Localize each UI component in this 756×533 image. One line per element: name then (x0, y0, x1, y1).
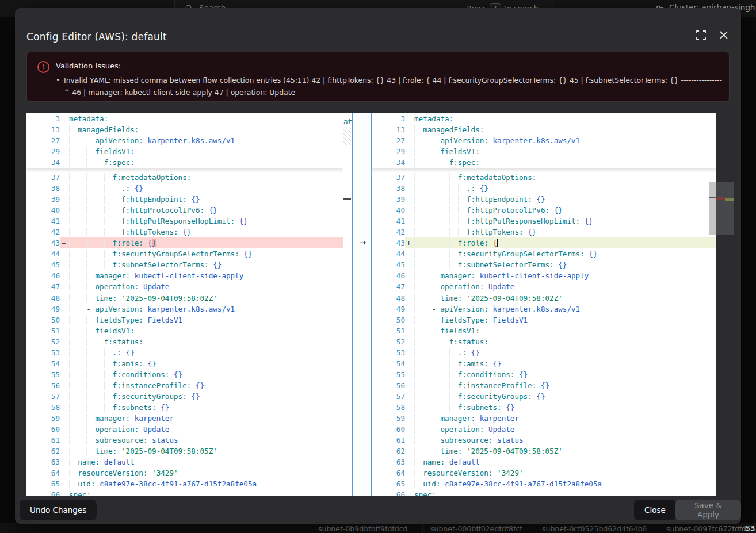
change-indicator (60, 183, 67, 194)
code-line[interactable]: 3metadata: (372, 113, 716, 124)
code-line[interactable]: 60 operation: Update (372, 424, 716, 435)
code-line[interactable]: 49 - apiVersion: karpenter.k8s.aws/v1 (26, 304, 343, 315)
code-line[interactable]: 44 f:securityGroupSelectorTerms: {} (26, 248, 343, 259)
diff-overview-ruler[interactable] (716, 113, 734, 496)
modified-pane[interactable]: 3metadata:13 managedFields:27 - apiVersi… (372, 113, 716, 496)
fullscreen-button[interactable] (694, 29, 708, 43)
code-line[interactable]: 56 f:instanceProfile: {} (372, 380, 716, 391)
code-line[interactable]: 48 time: '2025-09-04T09:58:02Z' (26, 293, 343, 304)
code-line[interactable]: 41 f:httpPutResponseHopLimit: {} (26, 216, 343, 227)
code-line[interactable]: 47 operation: Update (26, 281, 343, 292)
close-dialog-button[interactable] (717, 29, 731, 43)
code-line[interactable]: 50 fieldsType: FieldsV1 (372, 315, 716, 325)
code-line[interactable]: 37 f:metadataOptions: (372, 172, 716, 183)
code-line[interactable]: 34 f:spec: (372, 157, 716, 168)
change-indicator (60, 259, 67, 270)
change-indicator (60, 113, 67, 124)
line-number: 13 (372, 124, 405, 135)
code-line[interactable]: 42 f:httpTokens: {} (372, 227, 716, 237)
code-line[interactable]: 55 f:conditions: {} (372, 369, 716, 380)
line-text: f:subnets: {} (67, 402, 343, 413)
code-line[interactable]: 61 subresource: status (372, 435, 716, 446)
line-number: 53 (372, 347, 405, 358)
page: Search Press/to search Cluster: anirban-… (0, 0, 756, 533)
code-line[interactable]: 13 managedFields: (372, 124, 716, 135)
code-line[interactable]: 52 f:status: (372, 336, 716, 347)
code-line[interactable]: 40 f:httpProtocolIPv6: {} (372, 205, 716, 216)
code-line[interactable]: 34 f:spec: (26, 157, 343, 168)
code-line[interactable]: 40 f:httpProtocolIPv6: {} (26, 205, 343, 216)
code-line[interactable]: 46 manager: kubectl-client-side-apply (26, 270, 343, 281)
code-line[interactable]: 29 fieldsV1: (26, 146, 343, 157)
code-line[interactable]: 29 fieldsV1: (372, 146, 716, 157)
code-line[interactable]: 53 .: {} (26, 347, 343, 358)
code-line[interactable]: 45 f:subnetSelectorTerms: {} (372, 259, 716, 270)
line-number: 37 (372, 172, 405, 183)
code-line[interactable]: 63 name: default (26, 457, 343, 467)
code-line[interactable]: 45 f:subnetSelectorTerms: {} (26, 259, 343, 270)
scrollbar-slider[interactable] (709, 182, 716, 235)
code-line[interactable]: 58 f:subnets: {} (26, 402, 343, 413)
code-line[interactable]: 64 resourceVersion: '3429' (372, 467, 716, 478)
save-apply-button[interactable]: Save & Apply (675, 500, 741, 520)
code-line[interactable]: 63 name: default (372, 457, 716, 467)
code-line[interactable]: 59 manager: karpenter (372, 413, 716, 424)
close-button[interactable]: Close (634, 500, 676, 520)
code-line[interactable]: 47 operation: Update (372, 281, 716, 292)
code-line[interactable]: 60 operation: Update (26, 424, 343, 435)
original-scrollbar-zone[interactable]: at (343, 113, 352, 496)
code-line[interactable]: 66spec: (372, 489, 716, 496)
code-line[interactable]: 54 f:amis: {} (372, 358, 716, 369)
code-line[interactable]: 48 time: '2025-09-04T09:58:02Z' (372, 293, 716, 304)
code-line[interactable]: 57 f:securityGroups: {} (372, 391, 716, 402)
code-line[interactable]: 50 fieldsType: FieldsV1 (26, 315, 343, 325)
code-line[interactable]: 39 f:httpEndpoint: {} (26, 194, 343, 205)
code-line[interactable]: 55 f:conditions: {} (26, 369, 343, 380)
code-line[interactable]: 46 manager: kubectl-client-side-apply (372, 270, 716, 281)
code-line-added[interactable]: 43+ f:role: { (372, 237, 716, 248)
change-indicator (405, 248, 413, 259)
original-code[interactable]: 37 f:metadataOptions:38 .: {}39 f:httpEn… (26, 172, 343, 496)
code-line[interactable]: 62 time: '2025-09-04T09:58:05Z' (26, 446, 343, 457)
code-line[interactable]: 56 f:instanceProfile: {} (26, 380, 343, 391)
revert-change-arrow[interactable]: → (357, 237, 368, 248)
code-line-removed[interactable]: 43− f:role: {} (26, 237, 343, 248)
code-line[interactable]: 62 time: '2025-09-04T09:58:05Z' (372, 446, 716, 457)
code-line[interactable]: 64 resourceVersion: '3429' (26, 467, 343, 478)
code-line[interactable]: 38 .: {} (26, 183, 343, 194)
line-text: spec: (413, 489, 716, 496)
code-line[interactable]: 51 fieldsV1: (372, 325, 716, 336)
code-line[interactable]: 52 f:status: (26, 336, 343, 347)
code-line[interactable]: 57 f:securityGroups: {} (26, 391, 343, 402)
line-text: f:instanceProfile: {} (413, 380, 716, 391)
line-number: 47 (372, 281, 405, 292)
code-line[interactable]: 53 .: {} (372, 347, 716, 358)
code-line[interactable]: 44 f:securityGroupSelectorTerms: {} (372, 248, 716, 259)
code-line[interactable]: 37 f:metadataOptions: (26, 172, 343, 183)
code-line[interactable]: 49 - apiVersion: karpenter.k8s.aws/v1 (372, 304, 716, 315)
yaml-diff-editor[interactable]: 3metadata:13 managedFields:27 - apiVersi… (26, 113, 734, 496)
code-line[interactable]: 38 .: {} (372, 183, 716, 194)
validation-message-line: Invalid YAML: missed comma between flow … (64, 74, 723, 86)
code-line[interactable]: 13 managedFields: (26, 124, 343, 135)
line-number: 50 (372, 315, 405, 325)
code-line[interactable]: 3metadata: (26, 113, 343, 124)
code-line[interactable]: 65 uid: c8afe97e-38cc-4f91-a767-d15f2a8f… (372, 478, 716, 489)
code-line[interactable]: 66spec: (26, 489, 343, 496)
line-number: 44 (26, 248, 60, 259)
code-line[interactable]: 42 f:httpTokens: {} (26, 227, 343, 237)
code-line[interactable]: 27 - apiVersion: karpenter.k8s.aws/v1 (372, 135, 716, 146)
code-line[interactable]: 41 f:httpPutResponseHopLimit: {} (372, 216, 716, 227)
code-line[interactable]: 61 subresource: status (26, 435, 343, 446)
code-line[interactable]: 27 - apiVersion: karpenter.k8s.aws/v1 (26, 135, 343, 146)
code-line[interactable]: 54 f:amis: {} (26, 358, 343, 369)
original-pane[interactable]: 3metadata:13 managedFields:27 - apiVersi… (26, 113, 343, 496)
line-number: 58 (26, 402, 60, 413)
code-line[interactable]: 59 manager: karpenter (26, 413, 343, 424)
code-line[interactable]: 39 f:httpEndpoint: {} (372, 194, 716, 205)
modified-code[interactable]: 37 f:metadataOptions:38 .: {}39 f:httpEn… (372, 172, 716, 496)
undo-changes-button[interactable]: Undo Changes (20, 500, 97, 520)
code-line[interactable]: 58 f:subnets: {} (372, 402, 716, 413)
code-line[interactable]: 65 uid: c8afe97e-38cc-4f91-a767-d15f2a8f… (26, 478, 343, 489)
code-line[interactable]: 51 fieldsV1: (26, 325, 343, 336)
